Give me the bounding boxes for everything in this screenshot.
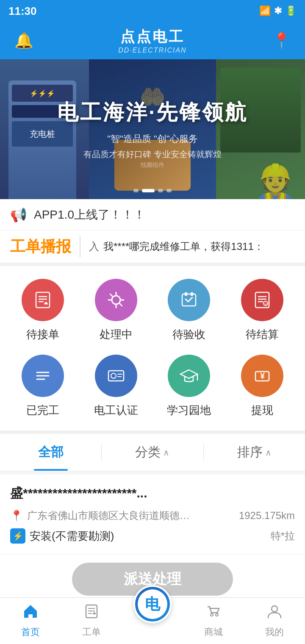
- svg-marker-27: [180, 370, 197, 378]
- menu-item-pending-check[interactable]: 待验收: [155, 279, 224, 342]
- nav-shop[interactable]: 商城: [183, 598, 244, 644]
- banner-dots: [133, 189, 172, 192]
- location-icon[interactable]: 📍: [270, 30, 292, 52]
- filter-tab-category[interactable]: 分类 ∧: [102, 434, 203, 471]
- status-time: 11:30: [8, 5, 37, 18]
- location-pin-icon: 📍: [10, 510, 23, 522]
- announce-icon: 📢: [10, 207, 27, 223]
- category-arrow: ∧: [163, 447, 169, 458]
- svg-rect-12: [185, 292, 187, 296]
- menu-label-withdraw: 提现: [251, 403, 273, 418]
- menu-item-pending-settle[interactable]: ¥ 待结算: [228, 279, 297, 342]
- menu-label-pending-settle: 待结算: [246, 327, 279, 342]
- battery-icon: 🔋: [285, 6, 297, 17]
- learning-icon: [168, 355, 210, 397]
- dot-0[interactable]: [133, 189, 139, 192]
- svg-rect-13: [191, 292, 193, 296]
- svg-point-37: [272, 606, 277, 612]
- menu-item-learning[interactable]: 学习园地: [155, 355, 224, 418]
- job-location-text: 广东省佛山市顺德区大良街道顺德…: [27, 509, 235, 522]
- hero-banner: ⚡⚡⚡ 充电桩 线圈组件 🤲 👷 电工海洋·先锋领航 "智"造品质 "创"心服务…: [0, 59, 305, 199]
- job-title: 盛***********************...: [10, 485, 295, 502]
- sort-arrow: ∧: [265, 447, 272, 458]
- job-location-row: 📍 广东省佛山市顺德区大良街道顺德… 1925.175km: [10, 509, 295, 522]
- status-icons: 📶 ✱ 🔋: [259, 6, 297, 17]
- broadcast-divider: [80, 236, 80, 257]
- status-bar: 11:30 📶 ✱ 🔋: [0, 0, 305, 22]
- svg-rect-0: [36, 292, 50, 308]
- logo-chinese: 点点电工: [35, 27, 270, 47]
- svg-point-24: [111, 373, 116, 378]
- completed-icon: [22, 355, 64, 397]
- broadcast-entry: 入: [89, 240, 99, 253]
- home-icon: [22, 603, 39, 623]
- filter-tab-all[interactable]: 全部: [0, 434, 101, 471]
- center-inner: 电: [138, 589, 167, 619]
- center-circle: 电: [133, 585, 172, 623]
- signal-icon: 📶: [259, 6, 271, 17]
- svg-point-35: [211, 613, 213, 616]
- center-text: 电: [145, 594, 160, 615]
- nav-shop-label: 商城: [204, 626, 223, 638]
- job-card[interactable]: 盛***********************... 📍 广东省佛山市顺德区大…: [0, 475, 305, 554]
- menu-label-completed: 已完工: [26, 403, 59, 418]
- pending-check-icon: [168, 279, 210, 321]
- nav-workorder-label: 工单: [82, 626, 101, 638]
- menu-label-learning: 学习园地: [167, 403, 211, 418]
- workorder-icon: [83, 603, 100, 623]
- svg-line-9: [110, 294, 113, 297]
- menu-item-pending-accept[interactable]: 待接单: [8, 279, 78, 342]
- job-tag: 特*拉: [271, 529, 295, 543]
- function-menu: 待接单 处理中 待验收: [0, 266, 305, 434]
- svg-text:¥: ¥: [264, 302, 267, 306]
- mine-icon: [266, 603, 283, 623]
- job-type-text: 安装(不需要勘测): [30, 529, 114, 544]
- dot-2[interactable]: [158, 189, 163, 192]
- svg-point-4: [112, 296, 120, 304]
- logo-english: DD·ELECTRICIAN: [35, 47, 270, 54]
- app-logo: 点点电工 DD·ELECTRICIAN: [35, 27, 270, 54]
- bell-icon[interactable]: 🔔: [13, 30, 35, 52]
- svg-line-10: [119, 303, 122, 306]
- nav-workorder[interactable]: 工单: [61, 598, 122, 644]
- pending-settle-icon: ¥: [241, 279, 283, 321]
- nav-home[interactable]: 首页: [0, 598, 61, 644]
- job-type-icon: ⚡: [10, 528, 25, 544]
- banner-subtitle2: 有品质才有好口碑 专业安全铸就辉煌: [83, 149, 222, 160]
- nav-center[interactable]: 电: [122, 598, 183, 644]
- processing-icon: [95, 279, 137, 321]
- announce-text: APP1.0上线了！！！: [34, 207, 145, 223]
- broadcast-bar: 工单播报 入 我****哪完成维修工单，获得1311：: [0, 230, 305, 266]
- shop-icon: [205, 603, 222, 623]
- banner-text: 电工海洋·先锋领航 "智"造品质 "创"心服务 有品质才有好口碑 专业安全铸就辉…: [0, 59, 305, 199]
- banner-subtitle1: "智"造品质 "创"心服务: [107, 133, 197, 145]
- svg-text:¥: ¥: [260, 371, 265, 380]
- menu-item-electrician-cert[interactable]: 电工认证: [82, 355, 151, 418]
- svg-point-36: [216, 613, 218, 616]
- dot-1[interactable]: [142, 189, 155, 192]
- broadcast-label: 工单播报: [10, 236, 71, 257]
- menu-label-pending-accept: 待接单: [26, 327, 59, 342]
- dot-3[interactable]: [166, 189, 172, 192]
- menu-label-processing: 处理中: [100, 327, 133, 342]
- pending-accept-icon: [22, 279, 64, 321]
- banner-title: 电工海洋·先锋领航: [57, 98, 248, 127]
- app-header: 🔔 点点电工 DD·ELECTRICIAN 📍: [0, 22, 305, 59]
- announcement-bar: 📢 APP1.0上线了！！！: [0, 199, 305, 230]
- menu-label-electrician-cert: 电工认证: [94, 403, 138, 418]
- withdraw-icon: ¥: [241, 355, 283, 397]
- electrician-cert-icon: [95, 355, 137, 397]
- menu-item-withdraw[interactable]: ¥ 提现: [228, 355, 297, 418]
- bluetooth-icon: ✱: [274, 6, 282, 17]
- broadcast-content: 我****哪完成维修工单，获得1311：: [103, 240, 295, 253]
- nav-mine-label: 我的: [265, 626, 284, 638]
- nav-home-label: 首页: [21, 626, 40, 638]
- menu-item-completed[interactable]: 已完工: [8, 355, 78, 418]
- bottom-navigation: 首页 工单 电 商城: [0, 597, 305, 644]
- nav-mine[interactable]: 我的: [244, 598, 305, 644]
- filter-tabs: 全部 分类 ∧ 排序 ∧: [0, 434, 305, 471]
- menu-label-pending-check: 待验收: [172, 327, 205, 342]
- filter-tab-sort[interactable]: 排序 ∧: [204, 434, 305, 471]
- menu-item-processing[interactable]: 处理中: [82, 279, 151, 342]
- job-type-row: ⚡ 安装(不需要勘测) 特*拉: [10, 528, 295, 544]
